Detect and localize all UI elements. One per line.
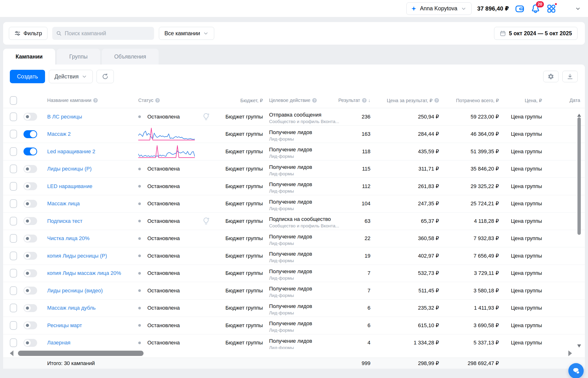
campaign-name-link[interactable]: Лиды ресницы (Р)	[47, 166, 91, 172]
account-selector[interactable]: Anna Kopytova	[406, 2, 472, 15]
target-action-sub: Лид-формы	[269, 206, 342, 211]
row-checkbox[interactable]	[10, 130, 17, 138]
tab-campaigns[interactable]: Кампании	[3, 49, 55, 65]
recommendation-bulb-icon[interactable]	[202, 112, 211, 121]
totals-cost-per-result: 298,99 ₽	[371, 360, 439, 366]
help-icon[interactable]: ?	[362, 98, 367, 103]
row-checkbox[interactable]	[10, 164, 17, 173]
target-action: Получение лидов	[269, 303, 342, 309]
column-header-status[interactable]: Статус ?	[125, 98, 196, 103]
status-cell: Остановлена	[125, 340, 196, 346]
table-row: Лазерная Остановлена Бюджет группы Получ…	[3, 334, 585, 349]
help-icon[interactable]: ?	[312, 98, 317, 103]
filter-button[interactable]: Фильтр	[9, 27, 47, 40]
row-checkbox[interactable]	[10, 199, 17, 208]
campaign-toggle[interactable]	[24, 182, 37, 190]
campaign-name-link[interactable]: LED наращивание	[47, 183, 92, 189]
campaign-toggle[interactable]	[24, 200, 37, 208]
campaign-toggle[interactable]	[24, 148, 37, 155]
column-header-budget[interactable]: Бюджет, ₽	[215, 98, 263, 103]
actions-dropdown[interactable]: Действия	[49, 70, 93, 83]
scroll-left-arrow[interactable]	[10, 351, 13, 356]
row-checkbox[interactable]	[10, 252, 17, 260]
target-action-sub: Лид-формы	[269, 293, 342, 298]
row-checkbox[interactable]	[10, 321, 17, 330]
row-checkbox[interactable]	[10, 147, 17, 156]
campaign-toggle[interactable]	[24, 304, 37, 312]
tab-ads[interactable]: Объявления	[102, 49, 159, 65]
wallet-button[interactable]	[515, 4, 525, 14]
campaign-toggle[interactable]	[24, 269, 37, 277]
campaign-toggle[interactable]	[24, 252, 37, 260]
help-icon[interactable]: ?	[155, 98, 160, 103]
help-icon[interactable]: ?	[435, 98, 439, 103]
date-range-button[interactable]: 5 окт 2024 — 5 окт 2025	[494, 27, 577, 40]
support-chat-button[interactable]	[568, 363, 584, 378]
campaign-toggle[interactable]	[24, 321, 37, 329]
campaign-name-link[interactable]: Массаж лица	[47, 201, 80, 207]
select-all-checkbox[interactable]	[10, 96, 17, 105]
status-text: Остановлена	[147, 288, 180, 294]
column-header-spent[interactable]: Потрачено всего, ₽	[439, 98, 499, 103]
campaign-name-link[interactable]: Чистка лица 20%	[47, 235, 89, 242]
cost-per-result-cell: 402,97 ₽	[371, 253, 439, 259]
tab-groups[interactable]: Группы	[57, 49, 100, 65]
table-row: копия Лиды массаж лица 20% Остановлена Б…	[3, 265, 585, 282]
horizontal-scroll-thumb[interactable]	[18, 351, 143, 356]
spent-cell: 3 690,58 ₽	[439, 322, 499, 329]
campaign-scope-select[interactable]: Все кампании	[159, 27, 214, 40]
campaign-toggle[interactable]	[24, 217, 37, 225]
apps-menu-button[interactable]	[546, 4, 556, 14]
campaign-toggle[interactable]	[24, 165, 37, 173]
campaign-name-link[interactable]: Ресницы март	[47, 322, 82, 329]
table-header: Название кампании ? Статус ? Бюджет, ₽ Ц…	[3, 93, 585, 108]
spent-cell: 25 724,21 ₽	[439, 201, 499, 207]
campaign-toggle[interactable]	[24, 130, 37, 138]
campaign-toggle[interactable]	[24, 235, 37, 243]
row-checkbox[interactable]	[10, 338, 17, 347]
row-checkbox[interactable]	[10, 304, 17, 312]
vertical-scroll-thumb[interactable]	[577, 117, 581, 235]
campaign-name-link[interactable]: Led наращивание 2	[47, 148, 95, 155]
target-action-sub: Лид-формы	[269, 258, 342, 263]
row-checkbox[interactable]	[10, 112, 17, 121]
scroll-right-arrow[interactable]	[568, 351, 572, 356]
column-header-date[interactable]: Дата	[542, 98, 580, 103]
scroll-down-arrow[interactable]	[577, 344, 581, 348]
profile-menu[interactable]	[562, 3, 581, 14]
column-header-name[interactable]: Название кампании ?	[40, 98, 125, 103]
chevron-down-icon	[461, 6, 467, 12]
export-button[interactable]	[562, 71, 578, 82]
scroll-up-arrow[interactable]	[577, 110, 581, 117]
target-action-sub: Лид-формы	[269, 171, 342, 176]
campaign-toggle[interactable]	[24, 339, 37, 347]
column-header-price[interactable]: Цена, ₽	[499, 98, 542, 103]
column-header-result[interactable]: Результат ? ↓	[342, 98, 371, 103]
search-input[interactable]	[65, 30, 150, 37]
refresh-button[interactable]	[97, 70, 114, 83]
campaign-toggle[interactable]	[24, 287, 37, 295]
column-label: Результат	[338, 98, 360, 103]
campaign-name-link[interactable]: Подписка тест	[47, 218, 82, 224]
row-checkbox[interactable]	[10, 234, 17, 243]
campaign-name-link[interactable]: Массаж 2	[47, 131, 71, 137]
column-header-cost-per-result[interactable]: Цена за результат, ₽ ?	[371, 98, 439, 103]
notifications-button[interactable]: 20	[530, 4, 541, 14]
column-header-action[interactable]: Целевое действие ?	[263, 98, 342, 103]
row-checkbox[interactable]	[10, 182, 17, 191]
status-cell: Остановлена	[125, 201, 196, 207]
help-icon[interactable]: ?	[93, 98, 98, 103]
campaign-name-link[interactable]: копия Лиды массаж лица 20%	[47, 270, 121, 276]
campaign-name-link[interactable]: Массаж лица дубль	[47, 305, 96, 311]
campaign-name-link[interactable]: копия Лиды ресницы (Р)	[47, 253, 107, 259]
row-checkbox[interactable]	[10, 217, 17, 226]
campaign-name-link[interactable]: Лиды ресницы (видео)	[47, 288, 103, 294]
recommendation-bulb-icon[interactable]	[202, 216, 211, 226]
campaign-toggle[interactable]	[24, 113, 37, 121]
table-settings-button[interactable]	[543, 71, 559, 82]
row-checkbox[interactable]	[10, 286, 17, 295]
row-checkbox[interactable]	[10, 269, 17, 278]
campaign-name-link[interactable]: Лазерная	[47, 340, 70, 346]
campaign-name-link[interactable]: В ЛС ресницы	[47, 114, 82, 120]
create-button[interactable]: Создать	[10, 70, 45, 83]
